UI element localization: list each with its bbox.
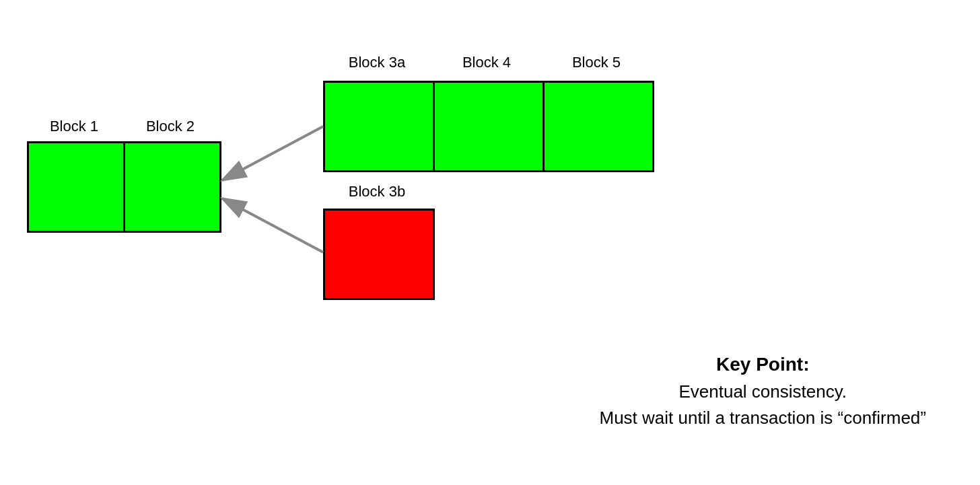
block4-cell [435, 83, 542, 170]
block2-cell [125, 143, 219, 231]
block5-label: Block 5 [542, 54, 650, 71]
diagram-area: Block 1 Block 2 Block 3a Block 4 Block 5… [0, 0, 980, 485]
block3a-cell [325, 83, 433, 170]
key-point-line1: Eventual consistency. [599, 379, 926, 405]
key-point-area: Key Point: Eventual consistency. Must wa… [599, 350, 926, 431]
block4-label: Block 4 [433, 54, 540, 71]
block1-label: Block 1 [27, 118, 121, 135]
block3a-label: Block 3a [323, 54, 431, 71]
block3b-label: Block 3b [323, 183, 431, 200]
block1-cell [29, 143, 123, 231]
block3b-cell [325, 211, 433, 298]
block5-cell [545, 83, 652, 170]
key-point-title: Key Point: [599, 350, 926, 379]
key-point-line2: Must wait until a transaction is “confir… [599, 405, 926, 431]
group-left-blocks [27, 141, 221, 233]
svg-line-1 [222, 126, 323, 180]
svg-line-2 [222, 198, 323, 252]
group-top-blocks [323, 81, 654, 172]
group-3b-block [323, 209, 435, 300]
block2-label: Block 2 [123, 118, 217, 135]
